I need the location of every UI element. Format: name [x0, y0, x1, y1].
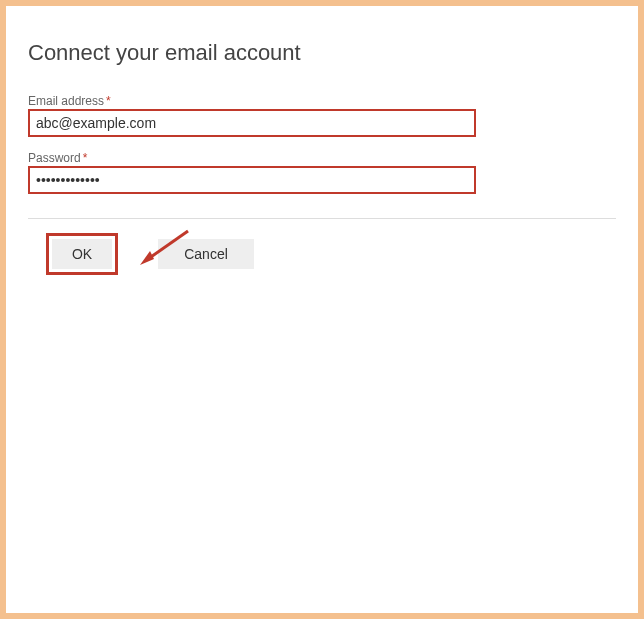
email-field-group: Email address* — [28, 94, 616, 137]
email-label-text: Email address — [28, 94, 104, 108]
page-title: Connect your email account — [28, 40, 616, 66]
password-input-highlight — [28, 166, 476, 194]
email-input-highlight — [28, 109, 476, 137]
required-mark: * — [83, 151, 88, 165]
cancel-button[interactable]: Cancel — [158, 239, 254, 269]
password-field-group: Password* — [28, 151, 616, 194]
button-row: OK Cancel — [28, 233, 616, 275]
required-mark: * — [106, 94, 111, 108]
ok-button-highlight: OK — [46, 233, 118, 275]
email-label: Email address* — [28, 94, 616, 108]
svg-marker-1 — [140, 251, 154, 265]
dialog-panel: Connect your email account Email address… — [6, 6, 638, 613]
password-label: Password* — [28, 151, 616, 165]
password-label-text: Password — [28, 151, 81, 165]
password-input[interactable] — [36, 172, 468, 188]
email-input[interactable] — [36, 115, 468, 131]
divider — [28, 218, 616, 219]
ok-button[interactable]: OK — [52, 239, 112, 269]
